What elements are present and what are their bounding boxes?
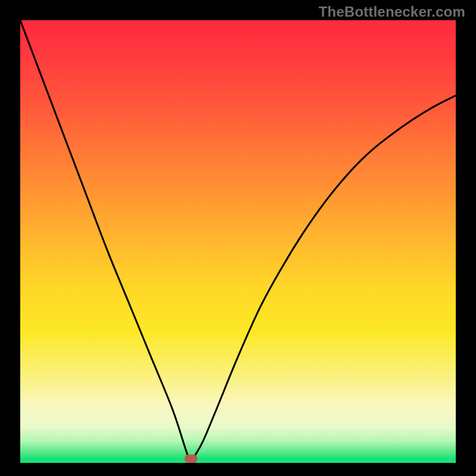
chart-frame <box>0 0 476 476</box>
watermark-text: TheBottlenecker.com <box>318 4 465 20</box>
plot-area <box>20 20 456 463</box>
minimum-marker <box>184 455 198 463</box>
bottleneck-curve <box>20 20 456 463</box>
